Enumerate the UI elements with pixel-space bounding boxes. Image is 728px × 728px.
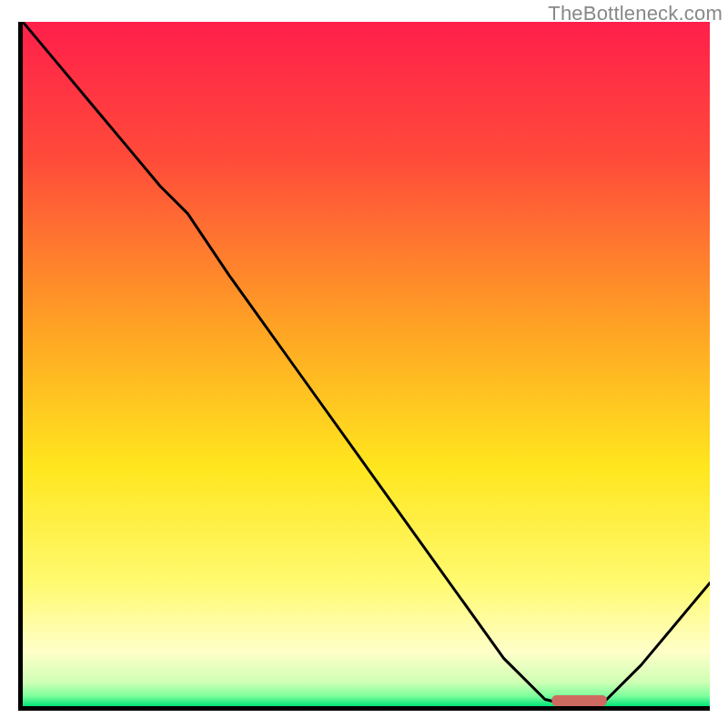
gradient-background	[23, 22, 710, 706]
watermark-text: TheBottleneck.com	[548, 2, 723, 25]
plot-area	[23, 22, 710, 706]
y-axis	[18, 22, 23, 711]
bottleneck-chart: TheBottleneck.com	[0, 0, 728, 728]
optimal-range-marker	[551, 695, 606, 706]
x-axis	[18, 706, 710, 711]
